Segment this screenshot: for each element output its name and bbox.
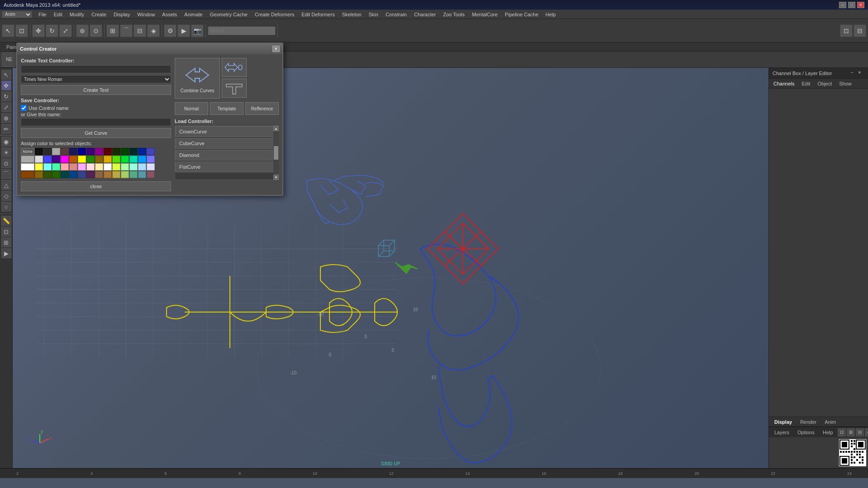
tb-right-btn-2[interactable]: ⊟ [854,24,866,37]
color-swatch-brown1[interactable] [21,171,34,178]
snap-point-btn[interactable]: ⊟ [134,24,146,37]
color-swatch-skyblue[interactable] [138,163,146,171]
lasso-tool-btn[interactable]: ⊡ [15,24,28,37]
color-swatch-lightblue[interactable] [138,156,146,163]
snap-curve-btn[interactable]: ⌒ [120,24,133,37]
move-tool-btn[interactable]: ✥ [32,24,45,37]
rpb-anim-tab[interactable]: Anim [821,418,839,426]
cb-tab-channels[interactable]: Channels [771,80,797,87]
help-tab[interactable]: Help [819,429,837,436]
menu-display[interactable]: Display [110,11,134,18]
color-swatch-periwinkle[interactable] [147,156,155,163]
menu-file[interactable]: File [35,11,50,18]
color-swatch-indigoblue[interactable] [78,171,86,178]
normal-btn[interactable]: Normal [175,102,208,115]
color-swatch-brightblue[interactable] [43,156,52,163]
shelf-icon-ne[interactable]: NE [2,52,16,67]
reference-btn[interactable]: Refference [245,102,279,115]
color-swatch-yellow[interactable] [78,156,86,163]
menu-zoo-tools[interactable]: Zoo Tools [439,11,468,18]
color-swatch-lightcyan[interactable] [43,163,52,171]
color-swatch-peach[interactable] [86,163,95,171]
menu-create-deformers[interactable]: Create Deformers [251,11,298,18]
lt-render-btn[interactable]: ▶ [1,248,11,258]
cb-tab-show[interactable]: Show [836,80,854,87]
lt-measure-btn[interactable]: 📏 [1,216,11,226]
soft-mod-btn[interactable]: ⊙ [90,24,102,37]
color-swatch-green[interactable] [86,156,95,163]
color-swatch-gray[interactable] [52,148,60,155]
panel-min-btn[interactable]: ─ [851,71,857,76]
controller-item-diamond[interactable]: Diamond [175,150,278,161]
scroll-down-btn[interactable]: ▼ [273,175,279,180]
lt-light-btn[interactable]: ☀ [1,147,11,157]
rpi-btn-3[interactable]: ⊟ [856,428,864,436]
color-swatch-sand[interactable] [112,171,120,178]
color-swatch-lavender[interactable] [147,163,155,171]
lt-manip-btn[interactable]: ⊕ [1,113,11,123]
color-swatch-darkplum[interactable] [86,171,95,178]
color-swatch-brightmagenta[interactable] [61,156,69,163]
color-swatch-sage[interactable] [121,171,129,178]
color-swatch-tan[interactable] [95,171,103,178]
color-swatch-darkred[interactable] [61,148,69,155]
search-input[interactable] [208,26,276,35]
scroll-up-btn[interactable]: ▲ [273,126,279,131]
menu-mental-core[interactable]: MentalCore [468,11,501,18]
get-curve-btn[interactable]: Get Curve [21,128,171,138]
menu-constrain[interactable]: Constrain [382,11,410,18]
lt-curve-btn[interactable]: ⌒ [1,169,11,179]
color-swatch-darkpurple[interactable] [86,148,95,155]
menu-create[interactable]: Create [88,11,110,18]
lt-subdiv-btn[interactable]: ◇ [1,191,11,201]
color-swatch-blue1[interactable] [138,148,146,155]
dialog-close-btn[interactable]: ✕ [272,46,280,52]
controller-item-crown[interactable]: CrownCurve [175,126,278,137]
use-control-name-checkbox[interactable] [21,105,27,111]
lt-poly-btn[interactable]: △ [1,180,11,190]
color-swatch-white3[interactable] [104,163,112,171]
controller-item-fist[interactable]: FistCurve [175,161,278,172]
color-swatch-pink2[interactable] [78,163,86,171]
create-text-input[interactable] [21,65,171,73]
lt-anim-btn[interactable]: ⊞ [1,237,11,247]
options-tab[interactable]: Options [794,429,818,436]
menu-help[interactable]: Help [542,11,560,18]
color-swatch-white[interactable] [35,156,43,163]
color-swatch-limeyellow[interactable] [112,163,120,171]
lt-move-btn[interactable]: ✥ [1,81,11,90]
color-swatch-darkteal2[interactable] [61,171,69,178]
close-dialog-btn[interactable]: close [21,181,171,191]
color-swatch-mauve[interactable] [147,171,155,178]
menu-animate[interactable]: Animate [181,11,206,18]
snap-grid-btn[interactable]: ⊞ [106,24,119,37]
color-swatch-gold[interactable] [104,156,112,163]
color-swatch-paleyellow[interactable] [95,163,103,171]
universal-manip-btn[interactable]: ⊛ [76,24,89,37]
color-swatch-darkteal[interactable] [129,148,138,155]
menu-skin[interactable]: Skin [365,11,382,18]
menu-edit[interactable]: Edit [50,11,66,18]
color-swatch-aqua[interactable] [52,163,60,171]
menu-edit-deformers[interactable]: Edit Deformers [298,11,338,18]
scale-tool-btn[interactable]: ⤢ [59,24,72,37]
rpi-btn-1[interactable]: ⊡ [838,428,846,436]
snap-view-btn[interactable]: ◈ [147,24,160,37]
maximize-btn[interactable]: □ [848,2,855,8]
select-tool-btn[interactable]: ↖ [2,24,14,37]
color-swatch-brown2[interactable] [35,171,43,178]
rpb-render-tab[interactable]: Render [796,418,820,426]
menu-skeleton[interactable]: Skeleton [339,11,365,18]
menu-assets[interactable]: Assets [158,11,181,18]
render-settings-btn[interactable]: ⚙ [164,24,176,37]
lt-scale-btn[interactable]: ⤢ [1,102,11,112]
menu-character[interactable]: Character [410,11,439,18]
color-swatch-darkgreen1[interactable] [112,148,120,155]
font-select[interactable]: Times New Roman Arial Courier [21,75,171,83]
layers-tab[interactable]: Layers [771,429,793,436]
color-swatch-teal[interactable] [129,156,138,163]
color-swatch-orange[interactable] [69,156,77,163]
color-swatch-darkgreen2[interactable] [121,148,129,155]
color-swatch-seafoam[interactable] [129,163,138,171]
menu-pipeline-cache[interactable]: Pipeline Cache [501,11,542,18]
